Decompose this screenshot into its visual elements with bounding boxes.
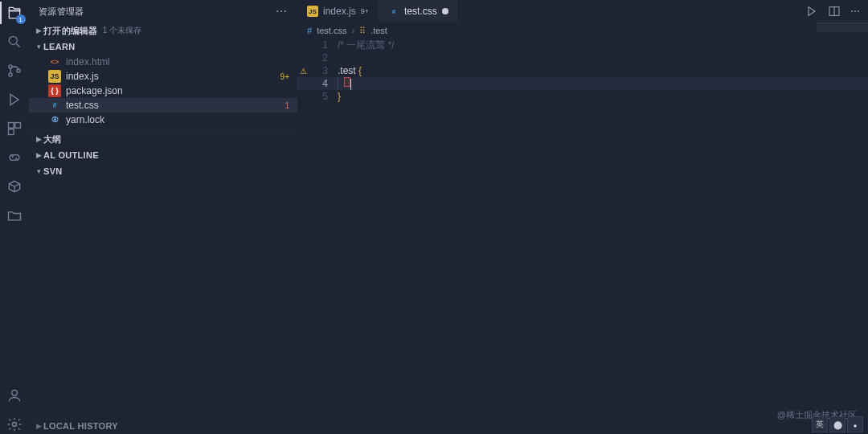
glyph: ⚠ (297, 67, 309, 76)
box-icon[interactable] (5, 177, 24, 196)
debug-icon[interactable] (5, 90, 24, 109)
file-package.json[interactable]: { }package.json (29, 84, 297, 98)
section-svn[interactable]: ▾SVN (29, 163, 297, 179)
section-大纲[interactable]: ▶大纲 (29, 131, 297, 147)
chevron-icon: ▶ (34, 135, 43, 143)
chevron-right-icon: › (351, 26, 354, 35)
svg-point-2 (8, 73, 11, 76)
tab-actions: ⋯ (805, 0, 868, 23)
tab-index.js[interactable]: JSindex.js9+ (297, 0, 379, 23)
chevron-icon: ▾ (34, 167, 43, 175)
css-file-icon: # (307, 26, 312, 35)
file-index.html[interactable]: <>index.html (29, 55, 297, 69)
code-line[interactable]: ⚠3.test { (297, 64, 868, 77)
sidebar-more-icon[interactable]: ⋯ (276, 5, 288, 18)
sidebar-sections: ▶大纲▶AL OUTLINE▾SVN▶LOCAL HISTORY (29, 130, 297, 179)
svg-rect-5 (14, 123, 20, 129)
code-line[interactable]: 5} (297, 90, 868, 103)
chevron-down-icon: ▾ (34, 43, 43, 51)
svg-point-8 (12, 423, 16, 427)
svg-rect-4 (8, 123, 14, 129)
file-tree: <>index.htmlJSindex.js9+{ }package.json#… (29, 55, 297, 127)
code-area[interactable]: 1/* 一尾流莺 */2⚠3.test {45} (297, 39, 868, 434)
ime-indicator[interactable]: 英 ⬤ ⬥ (812, 416, 863, 432)
sidebar: 资源管理器 ⋯ ▶ 打开的编辑器 1 个未保存 ▾ LEARN <>index.… (29, 0, 297, 434)
chevron-right-icon: ▶ (34, 27, 43, 35)
section-folder[interactable]: ▾ LEARN (29, 39, 297, 55)
tab-bar: JSindex.js9+#test.css ⋯ (297, 0, 868, 23)
svg-point-7 (11, 390, 17, 395)
run-icon[interactable] (805, 5, 818, 18)
svg-point-0 (9, 36, 17, 44)
chevron-icon: ▶ (34, 422, 43, 430)
file-test.css[interactable]: #test.css1 (29, 98, 297, 113)
sidebar-header: 资源管理器 ⋯ (29, 0, 297, 23)
section-al-outline[interactable]: ▶AL OUTLINE (29, 147, 297, 163)
split-editor-icon[interactable] (828, 5, 841, 18)
section-open-editors[interactable]: ▶ 打开的编辑器 1 个未保存 (29, 23, 297, 39)
file-yarn.lock[interactable]: ⦿yarn.lock (29, 113, 297, 127)
breadcrumbs[interactable]: # test.css › ⠿ .test (297, 23, 868, 39)
extensions-icon[interactable] (5, 119, 24, 138)
settings-icon[interactable] (5, 415, 24, 434)
minimap[interactable] (817, 23, 868, 32)
section-local-history[interactable]: ▶LOCAL HISTORY (29, 418, 118, 434)
error-marker (344, 77, 350, 87)
explorer-badge: 1 (16, 14, 26, 24)
link-icon[interactable] (5, 148, 24, 167)
editor: JSindex.js9+#test.css ⋯ # test.css › ⠿ .… (297, 0, 868, 434)
file-badge: 9+ (280, 72, 289, 81)
code-line[interactable]: 4 (297, 77, 868, 90)
source-control-icon[interactable] (5, 61, 24, 80)
file-index.js[interactable]: JSindex.js9+ (29, 69, 297, 84)
code-line[interactable]: 1/* 一尾流莺 */ (297, 39, 868, 51)
chevron-icon: ▶ (34, 151, 43, 159)
tab-more-icon[interactable]: ⋯ (850, 6, 860, 17)
activity-bar: 1 (0, 0, 29, 434)
svg-point-1 (8, 65, 11, 68)
code-line[interactable]: 2 (297, 51, 868, 64)
tab-test.css[interactable]: #test.css (379, 0, 458, 23)
sidebar-title: 资源管理器 (39, 6, 276, 18)
cursor (350, 79, 351, 90)
account-icon[interactable] (5, 386, 24, 405)
folder-icon[interactable] (5, 206, 24, 225)
dirty-indicator (442, 8, 448, 14)
explorer-icon[interactable]: 1 (5, 3, 24, 23)
file-badge: 1 (285, 101, 289, 110)
symbol-icon: ⠿ (359, 26, 366, 36)
svg-rect-6 (8, 129, 14, 135)
search-icon[interactable] (5, 32, 24, 51)
